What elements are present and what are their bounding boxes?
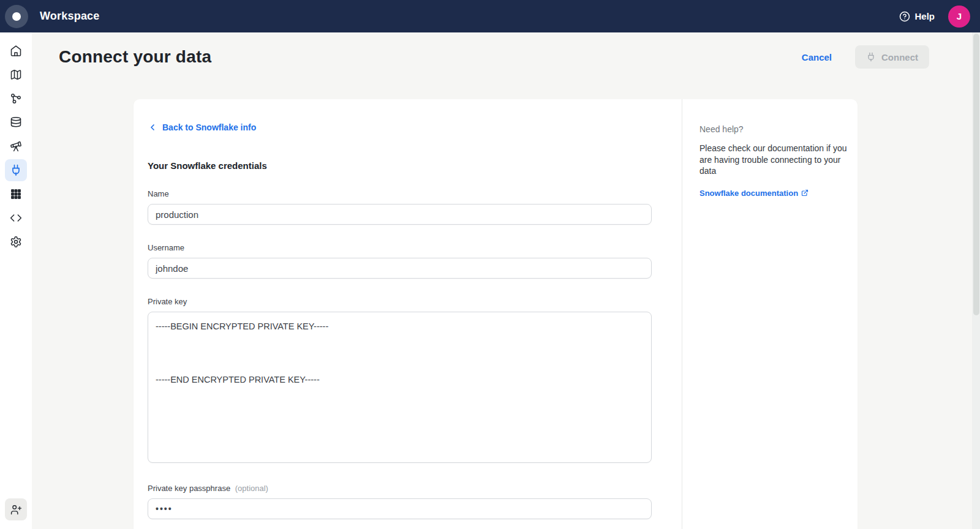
- sidebar-item-home[interactable]: [5, 40, 27, 62]
- help-label: Help: [914, 11, 935, 21]
- graph-nodes-icon: [10, 92, 22, 105]
- passphrase-input[interactable]: [148, 498, 652, 519]
- back-link[interactable]: Back to Snowflake info: [148, 122, 256, 132]
- avatar-initial: J: [957, 11, 962, 21]
- help-button[interactable]: Help: [899, 11, 935, 22]
- invite-user-button[interactable]: [5, 498, 27, 520]
- username-input[interactable]: [148, 258, 652, 279]
- page-header: Connect your data Cancel Connect: [32, 32, 980, 81]
- main-content: Connect your data Cancel Connect Back to…: [32, 32, 980, 529]
- page-scrollbar-track[interactable]: [972, 32, 980, 529]
- page-title: Connect your data: [59, 47, 211, 67]
- field-passphrase: Private key passphrase (optional): [148, 484, 652, 519]
- sidebar-item-database[interactable]: [5, 111, 27, 133]
- back-link-label: Back to Snowflake info: [162, 122, 256, 132]
- snowflake-documentation-link[interactable]: Snowflake documentation: [699, 189, 809, 198]
- help-panel-title: Need help?: [699, 124, 845, 134]
- chevron-left-icon: [148, 122, 157, 132]
- gear-icon: [10, 236, 22, 248]
- sidebar: [0, 32, 32, 529]
- field-name: Name: [148, 189, 652, 225]
- sidebar-item-map[interactable]: [5, 64, 27, 86]
- section-title: Your Snowflake credentials: [148, 160, 652, 171]
- plug-icon: [10, 164, 22, 176]
- field-private-key: Private key -----BEGIN ENCRYPTED PRIVATE…: [148, 297, 652, 465]
- connect-label: Connect: [881, 52, 918, 62]
- page-scrollbar-thumb[interactable]: [973, 34, 979, 315]
- passphrase-label: Private key passphrase (optional): [148, 484, 652, 493]
- code-icon: [10, 212, 22, 224]
- plug-icon: [866, 52, 876, 62]
- sidebar-item-settings[interactable]: [5, 231, 27, 253]
- external-link-icon: [801, 189, 809, 197]
- sidebar-item-apps[interactable]: [5, 183, 27, 205]
- logo-dot-icon: [12, 12, 21, 21]
- field-username: Username: [148, 243, 652, 279]
- credentials-card: Back to Snowflake info Your Snowflake cr…: [134, 99, 858, 529]
- map-icon: [10, 69, 22, 81]
- username-label: Username: [148, 243, 652, 252]
- user-plus-icon: [10, 504, 22, 516]
- connect-button[interactable]: Connect: [855, 45, 929, 69]
- name-input[interactable]: [148, 204, 652, 225]
- sidebar-item-connections[interactable]: [5, 159, 27, 181]
- help-circle-icon: [899, 11, 910, 22]
- database-icon: [10, 116, 22, 129]
- sidebar-item-code[interactable]: [5, 207, 27, 229]
- private-key-label: Private key: [148, 297, 652, 306]
- topbar: Workspace Help J: [0, 0, 980, 32]
- credentials-form: Back to Snowflake info Your Snowflake cr…: [134, 99, 682, 529]
- telescope-icon: [10, 140, 22, 152]
- passphrase-label-text: Private key passphrase: [148, 484, 230, 493]
- home-icon: [10, 45, 22, 57]
- optional-hint: (optional): [235, 484, 268, 493]
- private-key-textarea[interactable]: -----BEGIN ENCRYPTED PRIVATE KEY----- --…: [148, 312, 652, 463]
- help-panel: Need help? Please check our documentatio…: [682, 99, 858, 529]
- sidebar-item-explore[interactable]: [5, 135, 27, 157]
- workspace-logo[interactable]: [5, 5, 28, 28]
- doc-link-label: Snowflake documentation: [699, 189, 798, 198]
- cancel-button[interactable]: Cancel: [802, 52, 832, 62]
- sidebar-item-graph[interactable]: [5, 88, 27, 110]
- user-avatar[interactable]: J: [948, 6, 970, 28]
- name-label: Name: [148, 189, 652, 198]
- workspace-title: Workspace: [40, 10, 100, 23]
- apps-grid-icon: [10, 188, 22, 200]
- help-panel-body: Please check our documentation if you ar…: [699, 143, 854, 177]
